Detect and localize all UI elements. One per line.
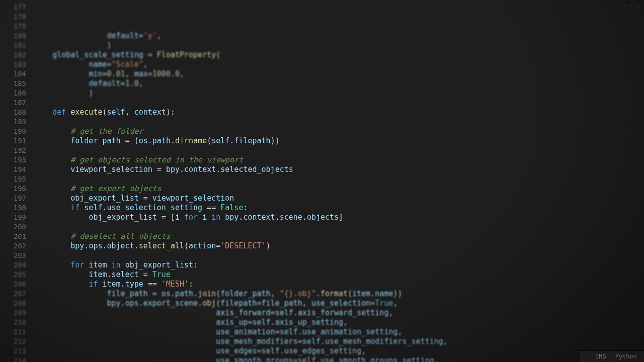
token-num: 1.0: [125, 79, 139, 88]
token-plain: [121, 136, 125, 145]
token-op: (: [348, 289, 352, 298]
code-line[interactable]: [34, 146, 644, 155]
code-line[interactable]: default='y',: [34, 31, 644, 41]
token-plain: [34, 308, 216, 317]
token-op: )): [271, 136, 280, 145]
line-number: 182: [2, 51, 26, 60]
token-plain: [34, 280, 89, 289]
token-plain: [198, 213, 202, 222]
token-str: 'y': [143, 31, 157, 40]
token-attr: obj_export_list: [70, 194, 138, 203]
code-line[interactable]: for item in obj_export_list:: [34, 260, 644, 270]
token-plain: [34, 289, 107, 298]
token-op: :: [189, 280, 193, 289]
token-op: .: [193, 289, 198, 298]
status-insert-mode: INS: [595, 353, 606, 360]
token-op: =: [152, 289, 157, 298]
token-op: =: [139, 31, 143, 40]
token-op: .: [180, 165, 184, 174]
code-line[interactable]: if self.use_selection_setting == False:: [34, 203, 644, 213]
code-line[interactable]: obj_export_list = viewport_selection: [34, 194, 644, 203]
token-op: (: [216, 299, 220, 308]
token-plain: [34, 31, 107, 40]
token-fn: select_all: [139, 241, 184, 250]
token-op: .: [370, 289, 375, 298]
code-line[interactable]: axis_up=self.axis_up_setting,: [34, 318, 644, 327]
token-kw: if: [89, 280, 98, 289]
code-area[interactable]: · · · default='y', ) global_scale_settin…: [30, 0, 644, 362]
token-op: ,: [125, 69, 134, 78]
token-attr: use_animation: [216, 327, 275, 336]
code-line[interactable]: obj_export_list = [i for i in bpy.contex…: [34, 213, 644, 222]
token-plain: [34, 356, 216, 362]
code-line[interactable]: global_scale_setting = FloatProperty(: [34, 50, 644, 60]
token-op: .: [121, 299, 125, 308]
code-line[interactable]: folder_path = (os.path.dirname(self.file…: [34, 136, 644, 146]
line-number: 193: [2, 156, 26, 165]
token-attr: use_edges: [216, 346, 257, 355]
token-op: .: [171, 289, 175, 298]
token-plain: [34, 155, 70, 164]
line-number-gutter: 1771781791801811821831841851861871881891…: [0, 0, 30, 362]
token-op: ,: [434, 356, 439, 362]
token-plain: [121, 260, 125, 269]
code-line[interactable]: ): [34, 41, 644, 50]
line-number: 206: [2, 280, 26, 290]
token-attr: obj_export_list: [89, 213, 156, 222]
code-line[interactable]: use_edges=self.use_edges_setting,: [34, 346, 644, 356]
code-line[interactable]: default=1.0,: [34, 79, 644, 88]
token-op: =: [216, 241, 220, 250]
code-editor[interactable]: 1771781791801811821831841851861871881891…: [0, 0, 644, 362]
code-line[interactable]: # get objects selected in the viewport: [34, 155, 644, 165]
code-line[interactable]: bpy.ops.object.select_all(action='DESELE…: [34, 241, 644, 251]
token-op: :: [243, 203, 248, 212]
token-num: 1000.0: [152, 69, 180, 78]
status-language: Python: [615, 353, 637, 360]
token-op: ): [107, 41, 112, 50]
code-line[interactable]: def execute(self, context):: [34, 108, 644, 117]
code-line[interactable]: bpy.ops.export_scene.obj(filepath=file_p…: [34, 299, 644, 308]
code-line[interactable]: use_smooth_groups=self.use_smooth_groups…: [34, 356, 644, 362]
token-attr: use_edges_setting: [284, 346, 362, 355]
token-attr: path: [175, 289, 193, 298]
code-line[interactable]: name="Scale",: [34, 60, 644, 69]
token-attr: ops: [89, 241, 102, 250]
token-plain: [220, 213, 225, 222]
code-line[interactable]: [34, 222, 644, 232]
token-op: .: [134, 241, 139, 250]
line-number: 177: [2, 3, 26, 13]
token-plain: [34, 327, 216, 336]
code-line[interactable]: min=0.01, max=1000.0,: [34, 69, 644, 79]
code-line[interactable]: # get export objects: [34, 184, 644, 194]
code-line[interactable]: if item.type == 'MESH':: [34, 280, 644, 289]
token-op: =: [107, 60, 112, 69]
code-line[interactable]: [34, 174, 644, 184]
code-line[interactable]: ): [34, 88, 644, 98]
code-line[interactable]: viewport_selection = bpy.context.selecte…: [34, 165, 644, 174]
token-op: (: [102, 108, 107, 117]
token-op: ,: [361, 346, 366, 355]
line-number: 192: [2, 146, 26, 156]
token-com: # get the folder: [70, 127, 143, 136]
token-attr: item: [89, 260, 107, 269]
code-line[interactable]: # get the folder: [34, 127, 644, 136]
token-kw: if: [70, 203, 79, 212]
token-op: )): [393, 289, 402, 298]
line-number: 210: [2, 318, 26, 328]
code-line[interactable]: file_path = os.path.join(folder_path, "{…: [34, 289, 644, 299]
token-op: ):: [166, 108, 175, 117]
code-line[interactable]: [34, 98, 644, 108]
line-number: 204: [2, 261, 26, 270]
code-line[interactable]: [34, 251, 644, 260]
token-plain: [34, 60, 89, 69]
line-number: 212: [2, 337, 26, 347]
code-line[interactable]: use_mesh_modifiers=self.use_mesh_modifie…: [34, 337, 644, 346]
code-line[interactable]: [34, 117, 644, 127]
code-line[interactable]: use_animation=self.use_animation_setting…: [34, 327, 644, 337]
code-line[interactable]: # deselect all objects: [34, 232, 644, 241]
code-line[interactable]: axis_forward=self.axis_forward_setting,: [34, 308, 644, 318]
token-attr: use_selection: [311, 299, 370, 308]
code-line[interactable]: item.select = True: [34, 270, 644, 280]
token-self: self: [275, 308, 293, 317]
token-plain: [79, 203, 84, 212]
